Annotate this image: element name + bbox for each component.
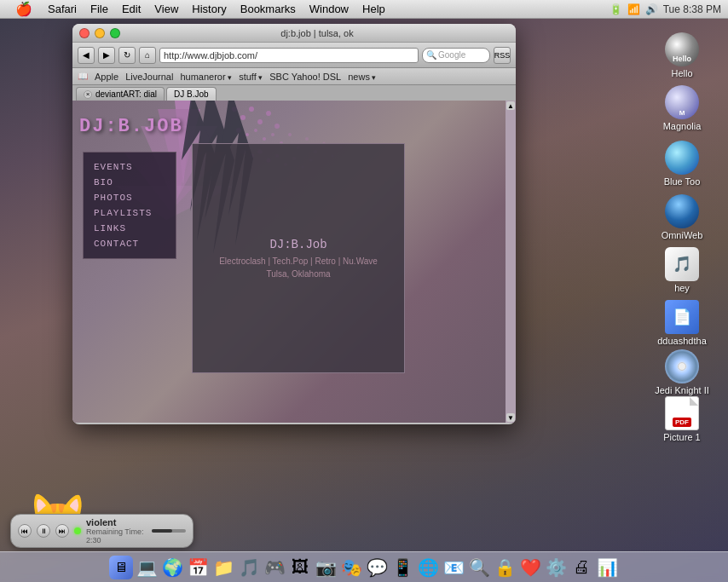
music-player: ⏮ ⏸ ⏭ violent Remaining Time: 2:30 xyxy=(10,514,194,548)
bookmark-apple[interactable]: Apple xyxy=(95,72,118,82)
nav-photos[interactable]: PHOTOS xyxy=(94,190,165,205)
desktop: 🍎 Safari File Edit View History Bookmark… xyxy=(0,0,728,582)
dock-icon-20[interactable]: 📊 xyxy=(595,556,619,579)
desktop-icon-hello[interactable]: Hello Hello xyxy=(655,32,709,78)
dock-icon-13[interactable]: 🌐 xyxy=(416,556,440,579)
scrollbar[interactable]: ▲ ▼ xyxy=(506,101,516,423)
dock-icon-12[interactable]: 📱 xyxy=(390,556,414,579)
jedi-label: Jedi Knight II xyxy=(655,385,709,395)
svg-point-10 xyxy=(274,124,280,129)
scroll-down[interactable]: ▼ xyxy=(506,413,515,422)
menu-safari[interactable]: Safari xyxy=(41,0,84,19)
maximize-button[interactable] xyxy=(110,28,120,38)
svg-point-14 xyxy=(263,137,266,141)
nav-bio[interactable]: BIO xyxy=(94,175,165,190)
safari-window: dj:b.job | tulsa, ok ◀ ▶ ↻ ⌂ http://www.… xyxy=(72,24,516,424)
menu-view[interactable]: View xyxy=(147,0,185,19)
dock-icon-18[interactable]: ⚙️ xyxy=(544,556,568,579)
dduashdtha-label: dduashdtha xyxy=(657,336,707,346)
nav-events[interactable]: EVENTS xyxy=(94,159,165,175)
svg-point-12 xyxy=(246,133,249,136)
back-button[interactable]: ◀ xyxy=(78,47,95,64)
dock-icon-2[interactable]: 💻 xyxy=(135,556,159,579)
svg-point-6 xyxy=(240,115,246,120)
search-icon: 🔍 xyxy=(426,50,436,60)
menu-bookmarks[interactable]: Bookmarks xyxy=(234,0,303,19)
web-content: DJ:B.JOB EVENTS BIO PHOTOS PLAYLISTS LIN… xyxy=(72,101,516,423)
hey-label: hey xyxy=(674,283,690,293)
nav-playlists[interactable]: PLAYLISTS xyxy=(94,205,165,221)
dock-icon-17[interactable]: ❤️ xyxy=(518,556,542,579)
url-text: http://www.djbjob.com/ xyxy=(164,50,257,61)
desktop-icon-bluetoo[interactable]: Blue Too xyxy=(655,141,709,187)
bookmark-humaneror[interactable]: humaneror xyxy=(180,72,232,82)
menu-window[interactable]: Window xyxy=(303,0,355,19)
dock-icon-11[interactable]: 💬 xyxy=(365,556,389,579)
nav-contact[interactable]: CONTACT xyxy=(94,236,165,251)
desktop-icon-dduashdtha[interactable]: 📄 dduashdtha xyxy=(655,300,709,346)
site-nav: EVENTS BIO PHOTOS PLAYLISTS LINKS CONTAC… xyxy=(83,152,176,259)
dock-icon-3[interactable]: 🌍 xyxy=(160,556,184,579)
desktop-icon-hey[interactable]: 🎵 hey xyxy=(655,247,709,293)
url-bar[interactable]: http://www.djbjob.com/ xyxy=(159,48,419,63)
rss-button[interactable]: RSS xyxy=(494,47,511,64)
desktop-icon-omniweb[interactable]: OmniWeb xyxy=(655,194,709,240)
dock-icon-19[interactable]: 🖨 xyxy=(569,556,593,579)
volume-slider[interactable] xyxy=(152,529,186,533)
player-forward[interactable]: ⏭ xyxy=(55,524,69,538)
dock-icon-5[interactable]: 📁 xyxy=(211,556,235,579)
bookmark-news[interactable]: news xyxy=(348,72,376,82)
dj-site: DJ:B.JOB EVENTS BIO PHOTOS PLAYLISTS LIN… xyxy=(72,101,516,423)
dock-icon-7[interactable]: 🎮 xyxy=(263,556,286,579)
jedi-icon xyxy=(665,349,699,383)
desktop-icon-jedi[interactable]: Jedi Knight II xyxy=(655,349,709,395)
dock-icon-9[interactable]: 📷 xyxy=(314,556,338,579)
tab-close-deviantart[interactable]: × xyxy=(84,90,92,99)
menu-edit[interactable]: Edit xyxy=(115,0,147,19)
forward-button[interactable]: ▶ xyxy=(98,47,115,64)
player-rewind[interactable]: ⏮ xyxy=(18,524,32,538)
magnolia-icon: M xyxy=(665,85,699,119)
dock: 🖥 💻 🌍 📅 📁 🎵 🎮 🖼 📷 🎭 💬 📱 🌐 📧 🔍 🔒 ❤️ ⚙️ 🖨 … xyxy=(0,551,728,582)
menu-history[interactable]: History xyxy=(185,0,233,19)
bookmark-stuff[interactable]: stuff xyxy=(239,72,263,82)
player-led xyxy=(74,527,81,534)
dock-icon-14[interactable]: 📧 xyxy=(442,556,465,579)
close-button[interactable] xyxy=(79,28,90,38)
desktop-icon-picture1[interactable]: PDF Picture 1 xyxy=(655,396,709,442)
track-time: Remaining Time: 2:30 xyxy=(86,527,147,545)
volume-icon: 🔊 xyxy=(645,3,658,15)
dock-icon-15[interactable]: 🔍 xyxy=(467,556,491,579)
desktop-icon-magnolia[interactable]: M Magnolia xyxy=(655,85,709,131)
tab-djbjob[interactable]: DJ B.Job xyxy=(166,87,217,101)
menubar: 🍎 Safari File Edit View History Bookmark… xyxy=(0,0,728,19)
picture1-label: Picture 1 xyxy=(663,432,700,442)
menubar-left: 🍎 Safari File Edit View History Bookmark… xyxy=(7,0,610,19)
dock-finder[interactable]: 🖥 xyxy=(109,556,133,579)
dock-icon-10[interactable]: 🎭 xyxy=(339,556,363,579)
search-bar[interactable]: 🔍 Google xyxy=(422,48,490,63)
minimize-button[interactable] xyxy=(95,28,105,38)
player-pause[interactable]: ⏸ xyxy=(37,524,50,538)
svg-point-9 xyxy=(266,111,271,116)
dock-icon-4[interactable]: 📅 xyxy=(186,556,210,579)
apple-menu[interactable]: 🍎 xyxy=(7,0,41,19)
bookmark-livejournal[interactable]: LiveJournal xyxy=(125,72,173,82)
reload-button[interactable]: ↻ xyxy=(118,47,136,64)
hello-label: Hello xyxy=(671,68,692,78)
svg-point-7 xyxy=(249,107,254,112)
dock-icon-6[interactable]: 🎵 xyxy=(237,556,261,579)
dock-icon-16[interactable]: 🔒 xyxy=(493,556,517,579)
nav-links[interactable]: LINKS xyxy=(94,221,165,236)
tab-deviantart[interactable]: × deviantART: dial xyxy=(76,87,165,101)
bookmark-sbc[interactable]: SBC Yahoo! DSL xyxy=(269,72,341,82)
dj-genres: Electroclash | Tech.Pop | Retro | Nu.Wav… xyxy=(219,256,378,266)
menu-help[interactable]: Help xyxy=(355,0,392,19)
dock-icon-8[interactable]: 🖼 xyxy=(288,556,312,579)
scroll-up[interactable]: ▲ xyxy=(506,101,515,110)
tab-label-djbjob: DJ B.Job xyxy=(174,89,209,99)
svg-point-8 xyxy=(257,119,263,124)
home-button[interactable]: ⌂ xyxy=(139,47,156,64)
menu-file[interactable]: File xyxy=(84,0,115,19)
menubar-right: 🔋 📶 🔊 Tue 8:38 PM xyxy=(610,3,721,15)
